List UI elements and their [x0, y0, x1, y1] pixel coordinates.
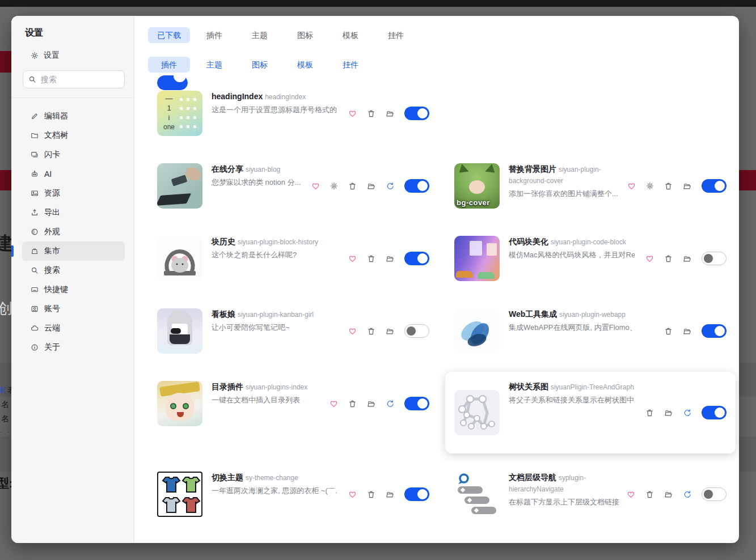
subtab-icons[interactable]: 图标: [239, 57, 281, 73]
plugin-actions: [627, 487, 727, 501]
plugin-desc: 一键在文档中插入目录列表: [212, 394, 325, 405]
refresh-icon[interactable]: [386, 400, 394, 408]
sidebar-item-assets[interactable]: 资源: [22, 184, 125, 203]
plugin-desc: 您梦寐以求的类 notion 分...: [212, 177, 307, 188]
heart-icon[interactable]: [348, 490, 357, 499]
folder-open-icon[interactable]: [683, 254, 691, 263]
sidebar-item-bazaar[interactable]: 集市: [22, 241, 125, 261]
enable-toggle[interactable]: [404, 487, 429, 501]
trash-icon[interactable]: [367, 327, 375, 336]
heart-icon[interactable]: [330, 400, 338, 408]
folder-open-icon[interactable]: [683, 182, 691, 190]
plugin-id: siyuan-plugin-webapp: [559, 311, 626, 319]
tab-icons[interactable]: 图标: [284, 27, 326, 43]
folder-open-icon[interactable]: [664, 490, 673, 499]
heart-icon[interactable]: [645, 254, 654, 263]
trash-icon[interactable]: [367, 254, 375, 263]
trash-icon[interactable]: [367, 109, 375, 118]
search-icon: [31, 266, 39, 274]
plugin-desc: 集成WebAPP在线网页版, 内置Flomo、Cubox...: [509, 322, 635, 333]
heart-icon[interactable]: [348, 254, 357, 263]
gear-icon[interactable]: [330, 182, 338, 190]
trash-icon[interactable]: [348, 400, 357, 408]
plugin-name: Web工具集成: [509, 309, 557, 319]
tab-plugins[interactable]: 插件: [193, 27, 235, 43]
refresh-icon[interactable]: [386, 182, 394, 190]
subtab-templates[interactable]: 模板: [284, 57, 326, 73]
plugin-id: sy-theme-change: [246, 474, 298, 482]
sidebar-item-account[interactable]: 账号: [22, 299, 125, 319]
sidebar-item-ai[interactable]: AI: [22, 164, 125, 184]
sidebar-item-keymap[interactable]: 快捷键: [22, 280, 125, 299]
folder-open-icon[interactable]: [683, 327, 691, 336]
plugin-item-siyuan-plugin-kanban-girl: 看板娘 siyuan-plugin-kanban-girl 让小可爱陪你写笔记吧…: [157, 308, 429, 354]
refresh-icon[interactable]: [683, 409, 691, 417]
trash-icon[interactable]: [664, 254, 673, 263]
search-box[interactable]: [23, 70, 125, 88]
enable-toggle[interactable]: [404, 324, 429, 338]
plugin-actions: [348, 487, 429, 501]
enable-toggle[interactable]: [702, 487, 727, 501]
folder-open-icon[interactable]: [386, 327, 394, 336]
sidebar-item-export[interactable]: 导出: [22, 203, 125, 222]
sidebar-settings-item[interactable]: 设置: [31, 50, 134, 61]
trash-icon[interactable]: [367, 490, 375, 499]
sidebar-item-flashcard[interactable]: 闪卡: [22, 145, 125, 164]
heart-icon[interactable]: [348, 327, 357, 336]
plugin-actions: [664, 324, 727, 338]
subtab-widgets[interactable]: 挂件: [330, 57, 371, 73]
folder-open-icon[interactable]: [386, 109, 394, 118]
folder-open-icon[interactable]: [386, 254, 394, 263]
heart-icon[interactable]: [627, 490, 635, 499]
tab-templates[interactable]: 模板: [330, 27, 371, 43]
plugin-id: siyuan-plugins-index: [246, 383, 307, 391]
heart-icon[interactable]: [311, 182, 320, 190]
tab-downloaded[interactable]: 已下载: [148, 27, 190, 43]
heart-icon[interactable]: [627, 182, 636, 190]
sidebar-item-appearance[interactable]: 外观: [22, 222, 125, 241]
sidebar-item-cloud[interactable]: 云端: [22, 319, 125, 338]
subtab-themes[interactable]: 主题: [193, 57, 235, 73]
sidebar-item-search[interactable]: 搜索: [22, 261, 125, 280]
enable-toggle[interactable]: [702, 179, 727, 193]
gear-icon[interactable]: [646, 182, 654, 190]
plugin-name: 替换背景图片: [509, 164, 556, 173]
enable-toggle[interactable]: [702, 324, 727, 338]
enable-toggle[interactable]: [404, 252, 429, 265]
trash-icon[interactable]: [645, 409, 654, 417]
plugin-item-siyuan-plugins-index: 目录插件 siyuan-plugins-index 一键在文档中插入目录列表: [157, 381, 429, 426]
folder-open-icon[interactable]: [386, 490, 394, 499]
sidebar-item-editor[interactable]: 编辑器: [22, 107, 125, 126]
enable-toggle[interactable]: [404, 397, 429, 410]
tab-widgets[interactable]: 挂件: [375, 27, 417, 43]
enable-toggle[interactable]: [702, 252, 727, 265]
refresh-icon[interactable]: [683, 490, 691, 499]
folder-open-icon[interactable]: [664, 409, 673, 417]
plugin-desc: 添加一张你喜欢的图片铺满整个...: [509, 188, 623, 199]
plugin-text: 替换背景图片 siyuan-plugin-background-cover 添加…: [509, 163, 627, 199]
enable-toggle[interactable]: [404, 179, 429, 193]
enable-toggle[interactable]: [404, 107, 429, 120]
folder-open-icon[interactable]: [367, 400, 375, 408]
trash-icon[interactable]: [348, 182, 357, 190]
plugin-actions: [645, 406, 727, 419]
trash-icon[interactable]: [664, 182, 673, 190]
scrolled-item-toggle[interactable]: [157, 75, 188, 90]
folder-open-icon[interactable]: [367, 182, 375, 190]
sidebar-item-doctree[interactable]: 文档树: [22, 126, 125, 145]
trash-icon[interactable]: [664, 327, 673, 336]
downloaded-subtabs: 插件主题图标模板挂件: [134, 57, 739, 73]
enable-toggle[interactable]: [702, 406, 727, 419]
block-history-icon: [157, 236, 202, 281]
sidebar-item-about[interactable]: 关于: [22, 338, 125, 357]
tab-themes[interactable]: 主题: [239, 27, 281, 43]
plugin-text: 树状关系图 siyuanPligin-TreeAndGraph 将父子关系和链接…: [509, 381, 645, 405]
export-icon: [31, 209, 39, 217]
sidebar-item-label: 关于: [44, 342, 60, 353]
search-input[interactable]: [40, 74, 119, 84]
plugin-title: 在线分享 siyuan-blog: [212, 164, 307, 175]
subtab-plugins[interactable]: 插件: [148, 57, 190, 73]
trash-icon[interactable]: [645, 490, 654, 499]
plugin-item-sy-theme-change: 切换主题 sy-theme-change 一年逛两次海澜之家, 思源的衣柜 ~(…: [157, 472, 429, 517]
heart-icon[interactable]: [348, 109, 357, 118]
